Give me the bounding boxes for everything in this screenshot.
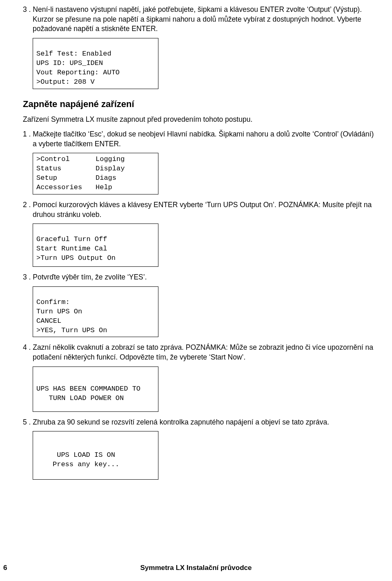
- lcd-display-output-voltage: Self Test: Enabled UPS ID: UPS_IDEN Vout…: [33, 38, 158, 89]
- display-line: Display: [96, 165, 125, 172]
- lcd-display-turn-on: Graceful Turn Off Start Runtime Cal >Tur…: [33, 223, 158, 267]
- display-line: Setup: [36, 174, 57, 182]
- step-4: 4 . Zazní několik cvaknutí a zobrazí se …: [23, 343, 379, 362]
- footer-title: Symmetra LX Instalační průvodce: [0, 563, 392, 573]
- lcd-display-commanded: UPS HAS BEEN COMMANDED TO TURN LOAD POWE…: [33, 366, 158, 412]
- display-line: >Control: [36, 155, 70, 163]
- step-3-prev-section: 3 . Není-li nastaveno výstupní napětí, j…: [23, 5, 379, 34]
- display-line: Self Test: Enabled: [36, 50, 111, 58]
- display-line: UPS ID: UPS_IDEN: [36, 59, 103, 67]
- list-text: Potvrďte výběr tím, že zvolíte ‘YES’.: [33, 273, 147, 281]
- list-text: Pomocí kurzorových kláves a klávesy ENTE…: [33, 201, 372, 219]
- display-line: UPS HAS BEEN COMMANDED TO: [36, 385, 140, 393]
- list-number: 3 .: [23, 5, 31, 13]
- list-number: 3 .: [23, 273, 31, 281]
- display-line: Confirm:: [36, 298, 70, 306]
- list-number: 2 .: [23, 201, 31, 209]
- list-text: Zazní několik cvaknutí a zobrazí se tato…: [33, 343, 373, 361]
- section-intro-paragraph: Zařízení Symmetra LX musíte zapnout před…: [23, 115, 379, 125]
- display-line: Logging: [96, 155, 125, 163]
- list-text: Není-li nastaveno výstupní napětí, jaké …: [33, 5, 362, 33]
- list-number: 5 .: [23, 418, 31, 426]
- display-line: Vout Reporting: AUTO: [36, 69, 120, 76]
- lcd-display-main-menu: >Control Status Setup AccessoriesLogging…: [33, 153, 158, 194]
- display-line: Graceful Turn Off: [36, 235, 107, 243]
- section-heading: Zapněte napájené zařízení: [23, 98, 379, 110]
- list-text: Zhruba za 90 sekund se rozsvítí zelená k…: [33, 418, 329, 426]
- display-line: CANCEL: [36, 317, 61, 325]
- step-1: 1 . Mačkejte tlačítko ‘Esc’, dokud se ne…: [23, 130, 379, 149]
- list-number: 4 .: [23, 343, 31, 351]
- lcd-display-confirm: Confirm: Turn UPS On CANCEL >YES, Turn U…: [33, 286, 158, 337]
- display-line: Help: [96, 183, 112, 191]
- list-number: 1 .: [23, 130, 31, 138]
- display-line: Status: [36, 165, 61, 172]
- display-line: Accessories: [36, 183, 82, 191]
- display-line: >YES, Turn UPS On: [36, 326, 107, 334]
- step-3: 3 . Potvrďte výběr tím, že zvolíte ‘YES’…: [23, 273, 379, 282]
- display-line: >Turn UPS Output On: [36, 254, 116, 262]
- step-5: 5 . Zhruba za 90 sekund se rozsvítí zele…: [23, 418, 379, 427]
- display-line: TURN LOAD POWER ON: [36, 394, 124, 402]
- step-2: 2 . Pomocí kurzorových kláves a klávesy …: [23, 200, 379, 219]
- display-line: Diags: [96, 174, 116, 182]
- display-line: UPS LOAD IS ON: [53, 451, 115, 459]
- display-line: Start Runtime Cal: [36, 245, 107, 253]
- display-line: Press any key...: [53, 460, 119, 468]
- display-line: Turn UPS On: [36, 308, 82, 315]
- display-line: >Output: 208 V: [36, 78, 95, 86]
- lcd-display-load-on: UPS LOAD IS ON Press any key...: [33, 431, 158, 480]
- list-text: Mačkejte tlačítko ‘Esc’, dokud se neobje…: [33, 130, 374, 148]
